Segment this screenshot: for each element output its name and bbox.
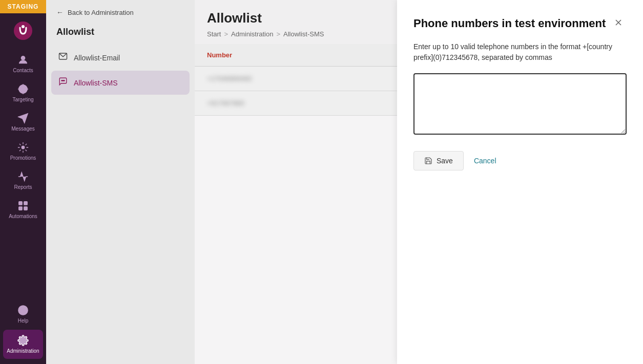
nav-label-messages: Messages [11,126,35,132]
back-arrow-icon: ← [56,8,64,16]
svg-point-20 [63,80,64,81]
svg-point-5 [23,89,24,90]
save-icon [424,157,432,165]
sidebar-item-reports[interactable]: Reports [0,166,46,195]
sidebar-item-messages[interactable]: Messages [0,108,46,137]
nav-label-automations: Automations [9,213,37,219]
nav-label-contacts: Contacts [13,68,33,73]
sidebar-item-help[interactable]: Help [0,299,46,329]
svg-point-21 [64,80,65,81]
close-panel-button[interactable] [610,16,627,31]
breadcrumb-administration: Administration [231,30,273,38]
col-header-number: Number [207,51,385,59]
nav-label-reports: Reports [14,184,32,190]
right-panel: Phone numbers in test environment Enter … [397,0,643,364]
sidebar-item-contacts[interactable]: Contacts [0,49,46,78]
table-row: +17046868460 [195,67,397,91]
panel-title: Phone numbers in test environment [413,16,606,31]
breadcrumb-current: Allowlist-SMS [283,30,324,38]
nav-label-promotions: Promotions [10,155,36,161]
allowlist-sms-label: Allowlist-SMS [74,79,118,87]
sidebar-item-automations[interactable]: Automations [0,195,46,224]
breadcrumb-sep2: > [276,30,280,38]
svg-point-19 [61,80,63,81]
back-to-administration-link[interactable]: ← Back to Administration [46,0,195,25]
nav-bottom: Help Administration [0,299,46,364]
breadcrumb-start: Start [207,30,221,38]
table-row: +917067860 [195,91,397,116]
main-content: Allowlist Start > Administration > Allow… [195,0,397,364]
sidebar-item-allowlist-sms[interactable]: Allowlist-SMS [51,71,190,95]
sidebar-items-list: Allowlist-Email Allowlist-SMS [46,46,195,96]
sidebar: ← Back to Administration Allowlist Allow… [46,0,195,364]
svg-point-10 [22,146,25,149]
save-button[interactable]: Save [413,151,464,170]
back-link-label: Back to Administration [68,9,134,16]
allowlist-email-label: Allowlist-Email [74,54,120,62]
svg-rect-13 [19,207,22,210]
svg-rect-14 [24,207,27,210]
left-navigation: STAGING Contacts Targeting [0,0,46,364]
page-title: Allowlist [207,10,385,26]
svg-rect-12 [24,202,27,205]
panel-description: Enter up to 10 valid telephone numbers i… [413,41,627,63]
sidebar-item-promotions[interactable]: Promotions [0,137,46,166]
svg-point-1 [22,25,25,28]
breadcrumb: Start > Administration > Allowlist-SMS [207,30,385,38]
email-icon [58,52,68,63]
table-header: Number [195,44,397,67]
sidebar-item-allowlist-email[interactable]: Allowlist-Email [51,46,190,70]
phone-number-cell-2: +917067860 [207,99,385,107]
panel-header: Phone numbers in test environment [413,16,627,31]
staging-badge: STAGING [0,0,46,13]
cancel-button[interactable]: Cancel [472,152,499,170]
svg-rect-11 [19,202,22,205]
sidebar-item-administration[interactable]: Administration [3,330,43,359]
svg-point-2 [21,56,25,60]
sidebar-item-targeting[interactable]: Targeting [0,78,46,108]
breadcrumb-sep1: > [224,30,228,38]
nav-label-targeting: Targeting [12,97,33,102]
panel-actions: Save Cancel [413,151,627,170]
nav-label-help: Help [18,318,29,324]
phone-numbers-input[interactable] [413,73,627,135]
sidebar-section-title: Allowlist [46,25,195,46]
page-header: Allowlist Start > Administration > Allow… [195,0,397,44]
allowlist-table: Number +17046868460 +917067860 [195,44,397,116]
brand-logo [13,20,33,43]
svg-point-0 [14,22,32,40]
nav-items: Contacts Targeting Messages Promotions [0,47,46,299]
nav-label-administration: Administration [7,348,39,354]
phone-number-cell-1: +17046868460 [207,75,385,82]
content-area: Number +17046868460 +917067860 [195,44,397,364]
sms-icon [58,77,68,89]
save-label: Save [437,157,453,165]
